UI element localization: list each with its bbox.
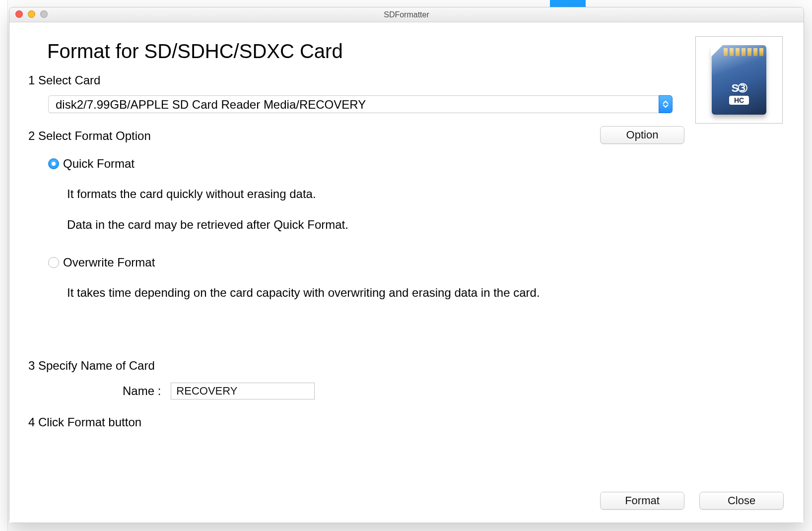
radio-quick-format[interactable] (48, 158, 59, 169)
sdhc-card-icon: S➂ HC (695, 36, 783, 124)
card-select-value[interactable]: disk2/7.99GB/APPLE SD Card Reader Media/… (48, 95, 673, 113)
radio-quick-format-label: Quick Format (63, 157, 135, 171)
format-option-overwrite: Overwrite Format It takes time depending… (48, 256, 540, 304)
step-4-label: 4 Click Format button (28, 415, 784, 429)
step-2-label: 2 Select Format Option (28, 129, 540, 143)
quick-format-desc-1: It formats the card quickly without eras… (67, 183, 540, 205)
quick-format-desc-2: Data in the card may be retrieved after … (67, 213, 540, 236)
step-1-label: 1 Select Card (28, 73, 784, 87)
card-name-input[interactable] (171, 383, 315, 399)
window-minimize-button[interactable] (28, 10, 35, 18)
window-close-button[interactable] (15, 10, 23, 18)
option-button[interactable]: Option (600, 126, 684, 144)
window-traffic-lights (15, 10, 48, 18)
step-3-label: 3 Specify Name of Card (28, 359, 784, 373)
close-button[interactable]: Close (699, 492, 784, 510)
desktop-root: SDFormatter S➂ HC Format for SD/SDHC/SDX… (0, 0, 812, 531)
window-titlebar[interactable]: SDFormatter (9, 7, 804, 22)
format-option-quick: Quick Format It formats the card quickly… (48, 157, 540, 236)
card-name-row: Name : (123, 383, 784, 399)
page-heading: Format for SD/SDHC/SDXC Card (47, 40, 784, 63)
window-title: SDFormatter (384, 10, 429, 19)
footer-button-row: Format Close (600, 492, 784, 510)
card-select-combo[interactable]: disk2/7.99GB/APPLE SD Card Reader Media/… (48, 95, 673, 113)
radio-overwrite-format-label: Overwrite Format (63, 256, 155, 269)
window-zoom-button[interactable] (40, 10, 48, 18)
overwrite-format-desc: It takes time depending on the card capa… (67, 281, 540, 304)
background-page-strip (0, 0, 8, 531)
sd-icon-sd-text: S➂ (722, 82, 756, 95)
radio-overwrite-format[interactable] (48, 257, 59, 268)
card-name-label: Name : (123, 384, 161, 398)
card-select-stepper-icon[interactable] (659, 95, 673, 113)
window-body: S➂ HC Format for SD/SDHC/SDXC Card 1 Sel… (9, 22, 804, 523)
sdformatter-window: SDFormatter S➂ HC Format for SD/SDHC/SDX… (9, 7, 804, 523)
sd-icon-hc-text: HC (729, 96, 749, 105)
format-button[interactable]: Format (600, 492, 684, 510)
